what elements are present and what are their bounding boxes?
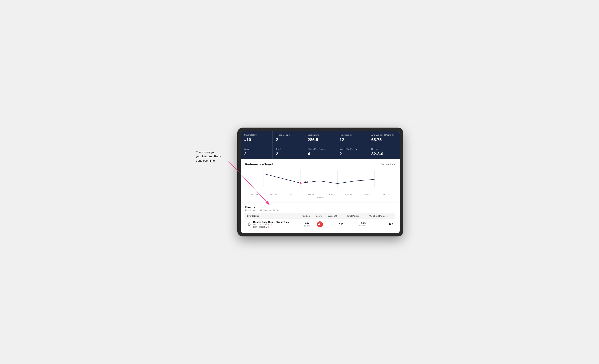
stat-stroke-play-events: Stroke Play Events 4 bbox=[304, 145, 336, 159]
stat-label-regional-rank: Regional Rank bbox=[276, 133, 301, 136]
month-oct23: OCT 23 bbox=[245, 194, 264, 196]
event-position-cell: 6th out of 7 bbox=[300, 219, 314, 230]
event-position-sub: out of 7 bbox=[302, 225, 312, 227]
col-weighted-points: Weighted Points i bbox=[368, 213, 395, 219]
stats-row-2: Wins 2 Top 3s 2 Stroke Play Events 4 Mat… bbox=[241, 145, 400, 159]
events-table-header-row: Event Name Position Score Event SG bbox=[245, 213, 395, 219]
stat-match-play-events: Match Play Events 2 bbox=[336, 145, 368, 159]
performance-chart: • #10 bbox=[245, 168, 395, 193]
events-last-updated: Last updated: 24th November 2023 bbox=[245, 209, 395, 211]
event-score-cell: -22 bbox=[314, 219, 326, 230]
tablet-screen: National Rank #10 Regional Rank 2 Scorin… bbox=[241, 131, 400, 233]
outer-wrapper: This shows you your National Rank trend … bbox=[196, 128, 403, 237]
stat-value-total-rounds: 12 bbox=[339, 137, 364, 142]
col-position: Position bbox=[300, 213, 314, 219]
chart-svg: • #10 bbox=[245, 168, 395, 193]
perf-right-label: National Rank bbox=[381, 163, 395, 166]
col-total-points: Total Points i bbox=[345, 213, 368, 219]
stat-label-record: Record bbox=[371, 148, 396, 150]
month-jan24: JAN 24 bbox=[302, 194, 320, 196]
col-score: Score bbox=[314, 213, 326, 219]
stat-value-record: 32-8-0 bbox=[371, 151, 396, 156]
month-may24: MAY 24 bbox=[377, 194, 395, 196]
month-mar24: MAR 24 bbox=[339, 194, 358, 196]
rank-impact-arrow: ▼ bbox=[268, 226, 270, 228]
weighted-points-cell: 28.3 bbox=[368, 219, 395, 230]
stat-record: Record 32-8-0 bbox=[368, 145, 400, 159]
event-sg-cell: 0.45 bbox=[326, 219, 345, 230]
perf-title: Performance Trend bbox=[245, 163, 273, 166]
event-score-badge: -22 bbox=[317, 221, 323, 227]
stat-value-regional-rank: 2 bbox=[276, 137, 301, 142]
stat-label-stroke-play-events: Stroke Play Events bbox=[308, 148, 333, 150]
events-title: Events bbox=[245, 206, 395, 209]
month-dec23: DEC 23 bbox=[283, 194, 302, 196]
stat-total-rounds: Total Rounds 12 bbox=[336, 131, 368, 145]
stat-regional-rank: Regional Rank 2 bbox=[273, 131, 304, 145]
event-date: Oct 9 – Oct 10, 2023 bbox=[253, 223, 289, 226]
stat-value-top3s: 2 bbox=[276, 151, 301, 156]
performance-trend-section: Performance Trend National Rank bbox=[241, 159, 400, 203]
stat-value-scoring-avg: 286.5 bbox=[308, 137, 333, 142]
col-event-sg: Event SG i bbox=[326, 213, 345, 219]
weighted-points-value: 28.3 bbox=[389, 223, 393, 226]
stat-label-scoring-avg: Scoring Avg. bbox=[308, 133, 333, 136]
chart-data-point bbox=[300, 182, 302, 184]
events-section: Events Last updated: 24th November 2023 … bbox=[241, 203, 400, 233]
stat-label-avg-weighted-points: Avg. Weighted Points i bbox=[371, 133, 396, 136]
stat-label-top3s: Top 3s bbox=[276, 148, 301, 150]
info-icon-avg-weighted[interactable]: i bbox=[392, 134, 395, 136]
month-nov23: NOV 23 bbox=[264, 194, 283, 196]
stat-value-wins: 2 bbox=[244, 151, 269, 156]
stat-wins: Wins 2 bbox=[241, 145, 273, 159]
stat-label-match-play-events: Match Play Events bbox=[339, 148, 364, 150]
stat-label-national-rank: National Rank bbox=[244, 133, 269, 136]
total-points-cell: 28.3 3 Rounds bbox=[345, 219, 368, 230]
stat-value-match-play-events: 2 bbox=[339, 151, 364, 156]
col-event-name: Event Name bbox=[245, 213, 300, 219]
event-icon: 🏌 bbox=[247, 222, 251, 226]
month-apr24: APR 24 bbox=[358, 194, 377, 196]
total-points-sub: 3 Rounds bbox=[347, 225, 366, 227]
stat-avg-weighted-points: Avg. Weighted Points i 68.75 bbox=[368, 131, 400, 145]
stats-row-1: National Rank #10 Regional Rank 2 Scorin… bbox=[241, 131, 400, 145]
info-icon-event-sg[interactable]: i bbox=[338, 215, 340, 217]
stat-top3s: Top 3s 2 bbox=[273, 145, 304, 159]
chart-x-axis-title: Months bbox=[245, 196, 395, 199]
stat-value-national-rank: #10 bbox=[244, 137, 269, 142]
info-icon-weighted-points[interactable]: i bbox=[387, 215, 389, 217]
annotation-text: This shows you your National Rank trend … bbox=[196, 150, 234, 163]
month-feb24: FEB 24 bbox=[320, 194, 339, 196]
stat-label-wins: Wins bbox=[244, 148, 269, 150]
event-name: Buster Cozy Cup – Stroke Play bbox=[253, 221, 289, 223]
chart-data-label: • #10 bbox=[303, 181, 308, 183]
stat-value-avg-weighted-points: 68.75 bbox=[371, 137, 396, 142]
stat-label-total-rounds: Total Rounds bbox=[339, 133, 364, 136]
stat-national-rank: National Rank #10 bbox=[241, 131, 273, 145]
event-name-cell: 🏌 Buster Cozy Cup – Stroke Play Oct 9 – … bbox=[245, 219, 300, 230]
event-details: Buster Cozy Cup – Stroke Play Oct 9 – Oc… bbox=[253, 221, 289, 228]
chart-month-labels: OCT 23 NOV 23 DEC 23 JAN 24 FEB 24 MAR 2… bbox=[245, 193, 395, 196]
event-position-value: 6th bbox=[302, 222, 312, 225]
events-table: Event Name Position Score Event SG bbox=[245, 213, 395, 230]
total-points-value: 28.3 bbox=[347, 222, 366, 225]
stat-scoring-avg: Scoring Avg. 286.5 bbox=[304, 131, 336, 145]
tablet-device: National Rank #10 Regional Rank 2 Scorin… bbox=[237, 128, 403, 237]
info-icon-total-points[interactable]: i bbox=[360, 215, 362, 217]
rank-impact: Rank Impact: 3 ▼ bbox=[253, 226, 289, 228]
perf-header: Performance Trend National Rank bbox=[245, 163, 395, 166]
table-row: 🏌 Buster Cozy Cup – Stroke Play Oct 9 – … bbox=[245, 219, 395, 230]
stat-value-stroke-play-events: 4 bbox=[308, 151, 333, 156]
